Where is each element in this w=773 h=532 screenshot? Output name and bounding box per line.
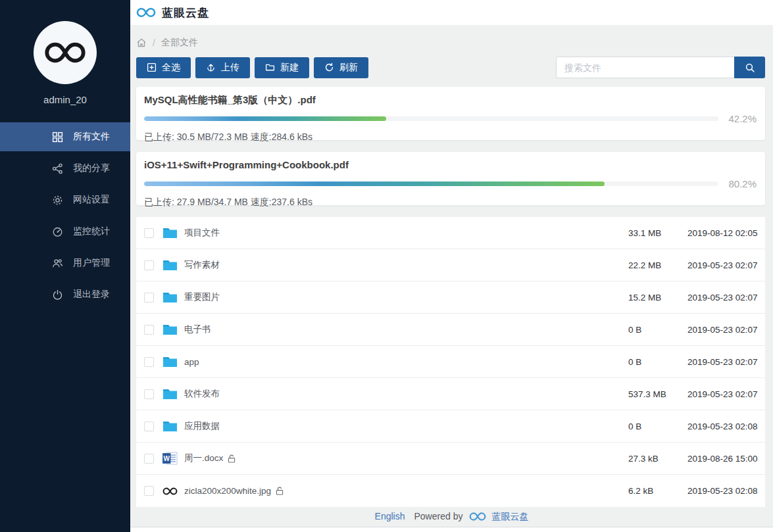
- unlock-icon: [228, 454, 236, 463]
- sidebar-item-label: 我的分享: [73, 162, 110, 174]
- file-date: 2019-05-23 02:08: [687, 486, 760, 496]
- brand-infinity-icon: [44, 41, 86, 64]
- sidebar-item-label: 监控统计: [73, 226, 110, 237]
- upload-button[interactable]: 上传: [195, 57, 250, 78]
- folder-outline-icon: [265, 62, 275, 72]
- progress-percent: 42.2%: [725, 113, 757, 124]
- page-title: 蓝眼云盘: [162, 5, 209, 20]
- bottom-strip: [130, 527, 773, 532]
- sidebar-item[interactable]: 退出登录: [0, 280, 130, 309]
- row-checkbox[interactable]: [144, 357, 154, 367]
- progress-track: [144, 181, 718, 186]
- gauge-icon: [52, 226, 63, 237]
- sidebar-item[interactable]: 监控统计: [0, 217, 130, 246]
- file-size: 0 B: [628, 357, 687, 367]
- select-all-button[interactable]: 全选: [136, 57, 191, 78]
- file-name[interactable]: 软件发布: [184, 388, 220, 400]
- file-name[interactable]: 应用数据: [184, 420, 220, 432]
- new-folder-button[interactable]: 新建: [255, 57, 309, 78]
- file-name[interactable]: 电子书: [184, 324, 211, 335]
- power-icon: [52, 289, 63, 301]
- table-row[interactable]: 重要图片15.2 MB2019-05-23 02:07: [136, 281, 765, 314]
- file-name[interactable]: 周一.docx: [184, 452, 223, 464]
- svg-text:W: W: [164, 455, 170, 462]
- table-row[interactable]: 应用数据0 B2019-05-23 02:08: [136, 410, 765, 443]
- file-date: 2019-05-23 02:07: [687, 389, 760, 399]
- file-date: 2019-05-23 02:07: [687, 293, 760, 302]
- file-date: 2019-05-23 02:08: [687, 422, 760, 431]
- table-row[interactable]: 写作素材22.2 MB2019-05-23 02:07: [136, 249, 765, 281]
- row-checkbox[interactable]: [144, 293, 154, 302]
- file-list: 项目文件33.1 MB2019-08-12 02:05写作素材22.2 MB20…: [136, 217, 765, 507]
- progress-track: [144, 116, 718, 121]
- progress-fill: [144, 181, 605, 186]
- sidebar-item-label: 退出登录: [73, 289, 110, 301]
- sidebar-item[interactable]: 所有文件: [0, 122, 130, 151]
- sidebar-menu: 所有文件我的分享网站设置监控统计用户管理退出登录: [0, 122, 130, 309]
- row-checkbox[interactable]: [144, 486, 154, 496]
- folder-icon: [162, 420, 178, 433]
- language-link[interactable]: English: [375, 510, 405, 523]
- file-size: 15.2 MB: [628, 293, 687, 302]
- toolbar: 全选 上传 新建 刷新: [136, 57, 765, 78]
- table-row[interactable]: W周一.docx27.3 kB2019-08-26 15:00: [136, 443, 765, 475]
- file-size: 33.1 MB: [628, 228, 687, 238]
- row-checkbox[interactable]: [144, 422, 154, 431]
- username: admin_20: [0, 94, 130, 105]
- file-name[interactable]: 写作素材: [184, 259, 220, 271]
- sidebar: admin_20 所有文件我的分享网站设置监控统计用户管理退出登录: [0, 0, 130, 532]
- breadcrumb-current: 全部文件: [161, 37, 198, 49]
- upload-icon: [206, 62, 216, 72]
- file-name[interactable]: app: [184, 357, 199, 367]
- folder-icon: [162, 258, 178, 272]
- gear-icon: [52, 195, 63, 206]
- unlock-icon: [276, 487, 284, 495]
- footer-logo-icon: [469, 512, 486, 521]
- refresh-button[interactable]: 刷新: [314, 57, 368, 78]
- app-logo-icon[interactable]: [136, 7, 156, 18]
- file-name[interactable]: 重要图片: [184, 291, 220, 303]
- main-area: 蓝眼云盘 / 全部文件 全选 上传 新建: [130, 0, 773, 532]
- row-checkbox[interactable]: [144, 389, 154, 399]
- folder-icon: [162, 226, 178, 239]
- share-icon: [52, 163, 63, 174]
- users-icon: [52, 258, 63, 269]
- file-size: 0 B: [628, 325, 687, 335]
- progress-fill: [144, 116, 386, 121]
- upload-file-name: iOS+11+Swift+Programming+Cookbook.pdf: [144, 160, 757, 170]
- row-checkbox[interactable]: [144, 325, 154, 335]
- refresh-icon: [324, 62, 334, 72]
- table-row[interactable]: zicla200x200white.jpg6.2 kB2019-05-23 02…: [136, 475, 765, 507]
- home-icon[interactable]: [136, 37, 147, 48]
- file-size: 6.2 kB: [628, 486, 687, 496]
- folder-icon: [162, 387, 178, 400]
- footer: English Powered by 蓝眼云盘: [130, 507, 773, 527]
- search-input[interactable]: [556, 57, 734, 78]
- file-date: 2019-05-23 02:07: [687, 325, 760, 335]
- table-row[interactable]: 项目文件33.1 MB2019-08-12 02:05: [136, 217, 765, 249]
- sidebar-item[interactable]: 网站设置: [0, 185, 130, 214]
- table-row[interactable]: 软件发布537.3 MB2019-05-23 02:07: [136, 378, 765, 410]
- search-button[interactable]: [734, 57, 765, 78]
- grid-icon: [52, 132, 63, 143]
- file-date: 2019-08-12 02:05: [687, 228, 760, 238]
- file-name[interactable]: 项目文件: [184, 227, 220, 239]
- upload-file-name: MySQL高性能书籍_第3版（中文）.pdf: [144, 95, 757, 105]
- row-checkbox[interactable]: [144, 228, 154, 238]
- table-row[interactable]: 电子书0 B2019-05-23 02:07: [136, 314, 765, 346]
- file-date: 2019-05-23 02:07: [687, 260, 760, 270]
- avatar[interactable]: [34, 21, 97, 84]
- file-size: 27.3 kB: [628, 454, 687, 464]
- sidebar-item[interactable]: 我的分享: [0, 154, 130, 183]
- row-checkbox[interactable]: [144, 454, 154, 464]
- file-date: 2019-08-26 15:00: [687, 454, 760, 464]
- sidebar-item[interactable]: 用户管理: [0, 249, 130, 278]
- file-date: 2019-05-23 02:07: [687, 357, 760, 367]
- file-size: 22.2 MB: [628, 260, 687, 270]
- file-size: 0 B: [628, 422, 687, 431]
- app-header: 蓝眼云盘: [130, 0, 773, 25]
- table-row[interactable]: app0 B2019-05-23 02:07: [136, 346, 765, 378]
- row-checkbox[interactable]: [144, 260, 154, 270]
- brand-link[interactable]: 蓝眼云盘: [491, 510, 528, 523]
- file-name[interactable]: zicla200x200white.jpg: [184, 486, 271, 496]
